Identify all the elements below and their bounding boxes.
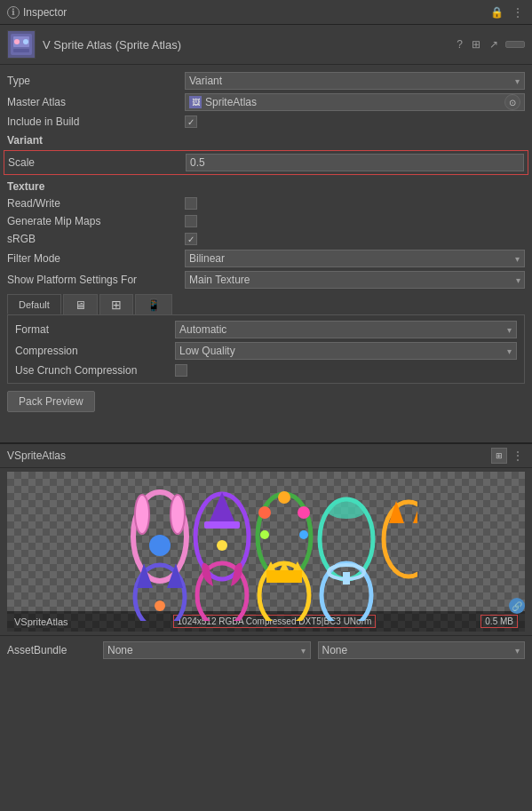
preview-sprite-name: VSpriteAtlas (14, 616, 68, 627)
external-link-icon[interactable]: ↗ (488, 38, 500, 51)
link-icon[interactable]: 🔗 (509, 598, 525, 614)
srgb-label: sRGB (7, 233, 185, 245)
tab-server[interactable]: ⊞ (99, 294, 133, 314)
master-atlas-label: Master Atlas (7, 96, 185, 108)
platform-settings-box: Format Automatic ▾ Compression Low Quali… (7, 315, 525, 384)
compression-dropdown[interactable]: Low Quality (175, 342, 517, 360)
inspector-content: Type Variant Master Atlas 🖼 SpriteAtlas … (0, 65, 532, 425)
type-field: Type Variant (0, 70, 532, 91)
asset-bundle-dropdown2[interactable]: None (318, 641, 526, 659)
variant-section: Scale (4, 150, 528, 175)
inspector-header: ℹ Inspector 🔒 ⋮ (0, 0, 532, 25)
srgb-checkbox[interactable]: ✓ (185, 233, 197, 245)
type-label: Type (7, 75, 185, 87)
svg-point-27 (155, 600, 165, 611)
settings-icon[interactable]: ⊞ (470, 38, 482, 51)
help-icon[interactable]: ? (455, 38, 465, 51)
svg-rect-30 (266, 570, 302, 583)
inspector-title: Inspector (23, 6, 485, 19)
open-button[interactable] (505, 41, 525, 48)
header-icons: 🔒 ⋮ (488, 6, 525, 19)
lock-icon[interactable]: 🔒 (488, 6, 505, 19)
read-write-checkbox[interactable] (185, 197, 197, 210)
info-icon: ℹ (7, 6, 20, 19)
compression-dropdown-container: Low Quality ▾ (175, 342, 517, 360)
svg-point-15 (278, 491, 290, 504)
asset-actions: ? ⊞ ↗ (455, 38, 525, 51)
srgb-field: sRGB ✓ (0, 230, 532, 248)
panel-view-toggle[interactable]: ⊞ (491, 448, 507, 464)
kebab-menu-icon[interactable]: ⋮ (511, 6, 525, 19)
include-in-build-field: Include in Build ✓ (0, 113, 532, 131)
asset-bundle-dropdown2-container: None ▾ (318, 641, 526, 659)
generate-mip-label: Generate Mip Maps (7, 215, 185, 227)
show-platform-label: Show Platform Settings For (7, 274, 185, 286)
show-platform-value: Main Texture (189, 274, 516, 286)
include-in-build-checkbox[interactable]: ✓ (185, 115, 197, 128)
monitor-icon: 🖥 (75, 298, 86, 312)
svg-point-21 (384, 502, 417, 576)
filter-mode-dropdown-container: Bilinear (185, 250, 525, 267)
type-dropdown[interactable]: Variant (185, 72, 525, 90)
asset-title-row: V Sprite Atlas (Sprite Atlas) ? ⊞ ↗ (0, 25, 532, 65)
tab-default[interactable]: Default (7, 294, 61, 314)
master-atlas-value: SpriteAtlas (205, 96, 501, 108)
panel-menu-icon[interactable]: ⋮ (511, 448, 525, 464)
svg-point-3 (23, 39, 28, 44)
bottom-panel-header: VSpriteAtlas ⊞ ⋮ (0, 444, 532, 468)
crunch-label: Use Crunch Compression (15, 364, 175, 377)
platform-tabs: Default 🖥 ⊞ 📱 (7, 294, 525, 315)
asset-name: V Sprite Atlas (Sprite Atlas) (43, 38, 448, 52)
svg-rect-4 (13, 49, 29, 52)
tab-android[interactable]: 📱 (135, 294, 172, 314)
format-dropdown-container: Automatic ▾ (175, 321, 517, 338)
compression-label: Compression (15, 345, 175, 357)
bottom-panel: VSpriteAtlas ⊞ ⋮ (0, 442, 532, 664)
type-dropdown-container: Variant (185, 72, 525, 90)
asset-type-icon (7, 30, 36, 59)
preview-area: VSpriteAtlas 1024x512 RGBA Compressed DX… (7, 472, 525, 632)
read-write-field: Read/Write (0, 195, 532, 212)
master-atlas-icon: 🖼 (189, 96, 202, 108)
master-atlas-circle-btn[interactable]: ⊙ (504, 94, 520, 110)
generate-mip-checkbox[interactable] (185, 215, 197, 227)
bottom-panel-actions: ⊞ ⋮ (491, 448, 525, 464)
svg-point-8 (149, 535, 171, 556)
include-in-build-label: Include in Build (7, 115, 185, 128)
scale-field: Scale (8, 154, 524, 171)
asset-bundle-label: AssetBundle (7, 644, 96, 656)
filter-mode-field: Filter Mode Bilinear (0, 248, 532, 269)
format-dropdown[interactable]: Automatic (175, 321, 517, 338)
tab-pc[interactable]: 🖥 (63, 294, 98, 314)
filter-mode-label: Filter Mode (7, 252, 185, 265)
asset-bundle-row: AssetBundle None ▾ None ▾ (0, 635, 532, 664)
svg-point-2 (14, 39, 20, 44)
format-field: Format Automatic ▾ (8, 319, 524, 340)
spacer (0, 425, 532, 442)
svg-point-6 (135, 495, 149, 534)
pack-preview-button[interactable]: Pack Preview (7, 391, 95, 412)
generate-mip-field: Generate Mip Maps (0, 212, 532, 230)
show-platform-field: Show Platform Settings For Main Texture … (0, 269, 532, 290)
asset-bundle-dropdown1[interactable]: None (103, 641, 311, 659)
svg-point-20 (327, 501, 366, 519)
svg-point-16 (298, 506, 310, 519)
texture-header: Texture (0, 177, 532, 195)
preview-size-badge: 0.5 MB (480, 615, 518, 628)
svg-point-17 (299, 530, 308, 539)
sprite-preview-svg (115, 483, 417, 621)
crunch-compression-field: Use Crunch Compression (8, 362, 524, 379)
svg-point-7 (171, 495, 185, 534)
svg-rect-36 (343, 572, 350, 584)
scale-label: Scale (8, 156, 186, 169)
read-write-label: Read/Write (7, 197, 185, 210)
tab-default-label: Default (19, 299, 50, 310)
android-icon: 📱 (147, 298, 161, 312)
variant-header: Variant (0, 131, 532, 148)
svg-point-18 (260, 530, 269, 539)
filter-mode-dropdown[interactable]: Bilinear (185, 250, 525, 267)
compression-field: Compression Low Quality ▾ (8, 340, 524, 362)
svg-rect-11 (204, 521, 240, 529)
scale-input[interactable] (186, 154, 524, 171)
crunch-checkbox[interactable] (175, 364, 187, 377)
